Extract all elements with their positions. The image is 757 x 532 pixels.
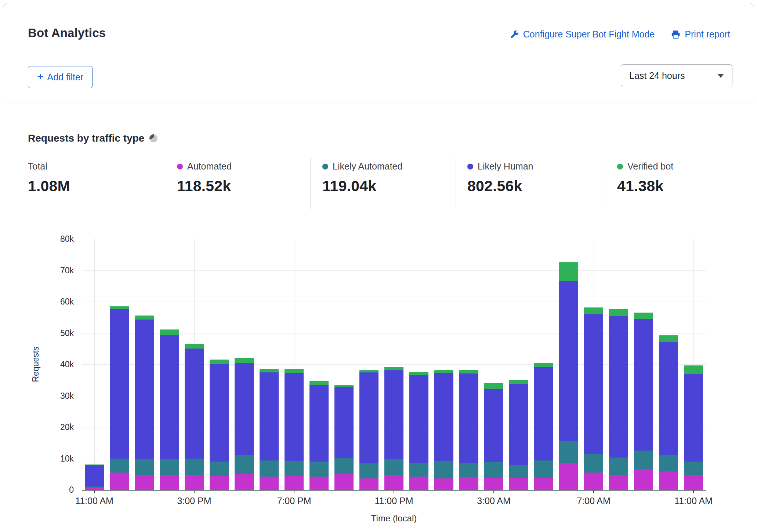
segment-likely-automated [509, 465, 528, 478]
print-report-link[interactable]: Print report [671, 29, 730, 40]
y-tick-label: 30k [60, 391, 74, 401]
y-tick-label: 80k [60, 234, 74, 244]
segment-verified-bot [534, 363, 553, 367]
y-tick-label: 40k [60, 360, 74, 369]
segment-automated [185, 475, 204, 490]
bar-1200am-13[interactable] [409, 239, 428, 490]
segment-likely-automated [235, 455, 254, 474]
segment-likely-human [584, 314, 603, 454]
bar-900pm-10[interactable] [334, 239, 354, 490]
segment-verified-bot [384, 367, 403, 370]
segment-verified-bot [110, 306, 129, 310]
segment-likely-automated [409, 463, 428, 477]
segment-verified-bot [434, 370, 453, 373]
segment-likely-automated [309, 462, 329, 477]
bar-slot [556, 239, 581, 490]
segment-likely-human [384, 370, 403, 459]
bar-300am-16[interactable] [484, 239, 503, 490]
segment-likely-automated [684, 462, 703, 475]
segment-likely-automated [384, 459, 403, 475]
bar-slot [157, 239, 182, 490]
bar-200am-15[interactable] [459, 239, 478, 490]
segment-verified-bot [185, 344, 204, 349]
bar-slot [406, 239, 431, 490]
bar-slot [506, 239, 531, 490]
stat-likely-human[interactable]: Likely Human 802.56k [467, 161, 533, 195]
segment-likely-automated [559, 441, 578, 463]
time-range-select[interactable]: Last 24 hours [621, 64, 732, 87]
stat-divider [601, 157, 601, 209]
segment-verified-bot [509, 380, 528, 384]
segment-automated [110, 473, 129, 490]
bar-slot [606, 239, 631, 490]
x-tick-label: 3:00 AM [477, 496, 511, 506]
bar-slot [282, 239, 307, 490]
bar-slot [207, 239, 232, 490]
bar-600pm-7[interactable] [260, 239, 279, 490]
bar-500pm-6[interactable] [235, 239, 254, 490]
bar-400am-17[interactable] [509, 239, 528, 490]
bar-100pm-2[interactable] [135, 239, 154, 490]
segment-likely-human [210, 364, 229, 462]
bar-500am-18[interactable] [534, 239, 553, 490]
bar-1000am-23[interactable] [659, 239, 678, 490]
y-tick-label: 10k [60, 453, 74, 463]
segment-automated [210, 476, 229, 490]
segment-likely-human [509, 384, 528, 465]
bar-800pm-9[interactable] [309, 239, 329, 490]
bar-900am-22[interactable] [634, 239, 653, 490]
segment-likely-human [185, 349, 204, 458]
header-actions: Configure Super Bot Fight Mode Print rep… [509, 29, 730, 40]
bar-300pm-4[interactable] [185, 239, 204, 490]
bar-600am-19[interactable] [559, 239, 578, 490]
segment-likely-human [110, 309, 129, 458]
bar-1200pm-1[interactable] [110, 239, 129, 490]
add-filter-button[interactable]: + Add filter [28, 66, 93, 88]
bar-200pm-3[interactable] [160, 239, 179, 490]
bar-800am-21[interactable] [609, 239, 628, 490]
configure-super-bot-fight-mode-link[interactable]: Configure Super Bot Fight Mode [509, 29, 655, 40]
bar-1100am-0[interactable] [85, 239, 104, 490]
segment-likely-human [135, 320, 154, 459]
stat-likely-automated[interactable]: Likely Automated 119.04k [322, 161, 402, 195]
x-tick-mark [294, 490, 294, 493]
segment-verified-bot [484, 383, 503, 389]
bar-1100am-24[interactable] [684, 239, 703, 490]
segment-likely-human [434, 373, 453, 461]
bar-slot [656, 239, 681, 490]
segment-verified-bot [334, 385, 354, 387]
bar-slot [631, 239, 656, 490]
segment-automated [285, 476, 304, 490]
segment-likely-automated [135, 459, 154, 475]
segment-automated [459, 477, 478, 490]
bar-400pm-5[interactable] [210, 239, 229, 490]
segment-automated [609, 475, 628, 490]
y-tick-label: 60k [60, 297, 74, 307]
segment-likely-human [634, 319, 653, 451]
stat-likely-human-label: Likely Human [478, 161, 533, 172]
stat-automated[interactable]: Automated 118.52k [177, 161, 232, 195]
bar-100am-14[interactable] [434, 239, 453, 490]
bar-slot [132, 239, 157, 490]
bar-1000pm-11[interactable] [359, 239, 378, 490]
segment-automated [434, 478, 453, 490]
bar-slot [381, 239, 406, 490]
bar-slot [356, 239, 381, 490]
bar-700pm-8[interactable] [285, 239, 304, 490]
bar-1100pm-12[interactable] [384, 239, 403, 490]
segment-verified-bot [634, 313, 653, 319]
stat-verified-bot[interactable]: Verified bot 41.38k [617, 161, 673, 195]
stat-total-label: Total [28, 161, 47, 172]
segment-likely-human [609, 316, 628, 458]
segment-likely-human [559, 281, 578, 441]
likely-human-legend-dot [467, 164, 473, 170]
segment-automated [509, 478, 528, 490]
bar-700am-20[interactable] [584, 239, 603, 490]
section-bottom-divider [3, 529, 754, 529]
plus-icon: + [37, 71, 44, 82]
segment-likely-human [484, 389, 503, 462]
segment-verified-bot [559, 262, 578, 281]
segment-verified-bot [160, 329, 179, 335]
segment-automated [334, 474, 354, 490]
segment-likely-human [409, 375, 428, 463]
